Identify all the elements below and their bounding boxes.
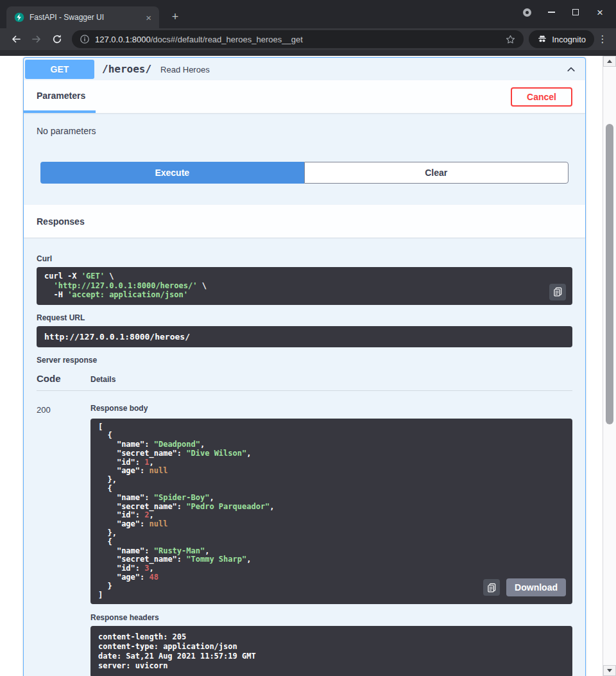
response-details: Response body [ { "name": "Deadpond", "s… (90, 404, 572, 676)
download-button[interactable]: Download (506, 578, 566, 596)
curl-line: -H 'accept: application/json' (44, 290, 565, 300)
curl-token: 'accept: application/json' (67, 290, 188, 299)
responses-header: Responses (24, 205, 585, 238)
endpoint-summary: Read Heroes (160, 64, 210, 74)
swagger-page: GET /heroes/ Read Heroes Parameters Canc… (0, 56, 616, 676)
browser-toolbar: 127.0.0.1:8000/docs#/default/read_heroes… (0, 28, 616, 50)
collapse-chevron-icon[interactable] (566, 64, 576, 74)
close-window-button[interactable]: × (595, 7, 604, 18)
site-info-icon[interactable] (80, 34, 90, 44)
response-headers-code: content-length: 205 content-type: applic… (98, 632, 565, 671)
status-code: 200 (37, 404, 90, 676)
incognito-icon (537, 34, 547, 44)
curl-command-block: curl -X 'GET' \ 'http://127.0.0.1:8000/h… (37, 267, 572, 305)
clear-button[interactable]: Clear (304, 162, 569, 184)
request-url-label: Request URL (37, 313, 572, 322)
parameters-tab[interactable]: Parameters (24, 80, 96, 113)
tab-title: FastAPI - Swagger UI (30, 13, 138, 22)
scroll-down-button[interactable] (603, 665, 616, 676)
parameters-header: Parameters Cancel (24, 80, 585, 113)
code-column-header: Code (37, 373, 90, 384)
curl-line: 'http://127.0.0.1:8000/heroes/' \ (44, 281, 565, 291)
parameters-title: Parameters (37, 91, 85, 101)
window-controls: × (522, 7, 608, 22)
endpoint-path: /heroes/ (102, 63, 151, 75)
response-body-block: [ { "name": "Deadpond", "secret_name": "… (90, 419, 572, 605)
scroll-up-button[interactable] (603, 56, 616, 67)
curl-token: curl -X (44, 272, 81, 281)
browser-tab[interactable]: FastAPI - Swagger UI × (6, 6, 159, 28)
bookmark-star-icon[interactable] (505, 34, 516, 45)
server-response-label: Server response (37, 356, 572, 365)
maximize-button[interactable] (571, 9, 580, 15)
curl-line: curl -X 'GET' \ (44, 272, 565, 281)
request-url-value: http://127.0.0.1:8000/heroes/ (44, 332, 190, 342)
url-text: 127.0.0.1:8000/docs#/default/read_heroes… (95, 35, 500, 44)
curl-token: 'http://127.0.0.1:8000/heroes/' (53, 281, 197, 290)
response-body-controls: Download (483, 578, 566, 596)
tab-search-icon[interactable] (522, 8, 531, 17)
toolbar-shadow (0, 50, 616, 56)
responses-body: Curl curl -X 'GET' \ 'http://127.0.0.1:8… (24, 238, 585, 676)
response-headers-label: Response headers (90, 613, 572, 622)
no-parameters-message: No parameters (37, 126, 572, 136)
request-url-block: http://127.0.0.1:8000/heroes/ (37, 326, 572, 347)
new-tab-button[interactable]: + (167, 8, 184, 25)
menu-kebab-icon[interactable]: ⋮ (595, 33, 610, 45)
scroll-up-arrow-icon (607, 60, 612, 63)
browser-titlebar: FastAPI - Swagger UI × + × (0, 0, 616, 28)
minimize-button[interactable] (547, 12, 556, 13)
response-headers-block: content-length: 205 content-type: applic… (90, 626, 572, 676)
tab-close-icon[interactable]: × (143, 12, 154, 23)
curl-token: -H (44, 290, 67, 299)
page-scrollbar[interactable] (603, 56, 616, 676)
curl-token: \ (197, 281, 206, 290)
fastapi-favicon-icon (14, 12, 24, 22)
incognito-label: Incognito (552, 35, 586, 44)
curl-token: 'GET' (81, 272, 105, 281)
execute-group: Execute Clear (37, 136, 572, 205)
curl-token: \ (105, 272, 114, 281)
opblock-summary[interactable]: GET /heroes/ Read Heroes (24, 58, 585, 80)
address-bar[interactable]: 127.0.0.1:8000/docs#/default/read_heroes… (72, 30, 524, 48)
curl-token (44, 281, 53, 290)
method-badge: GET (25, 60, 94, 79)
back-button[interactable] (6, 30, 26, 49)
responses-title: Responses (37, 216, 85, 227)
scroll-down-arrow-icon (607, 669, 612, 672)
cancel-button[interactable]: Cancel (511, 87, 572, 107)
execute-button[interactable]: Execute (40, 162, 304, 184)
parameters-body: No parameters Execute Clear (24, 113, 585, 205)
response-table-header: Code Details (37, 373, 572, 391)
swagger-content: GET /heroes/ Read Heroes Parameters Canc… (23, 57, 586, 676)
url-path: /docs#/default/read_heroes_heroes__get (151, 35, 303, 44)
response-row: 200 Response body [ { "name": "Deadpond"… (37, 404, 572, 676)
response-body-wrap: [ { "name": "Deadpond", "secret_name": "… (90, 419, 572, 605)
reload-button[interactable] (47, 30, 67, 49)
incognito-badge: Incognito (529, 30, 594, 48)
scrollbar-thumb[interactable] (606, 124, 613, 424)
response-body-label: Response body (90, 404, 572, 413)
forward-button[interactable] (27, 30, 46, 49)
url-host: 127.0.0.1:8000 (95, 35, 151, 44)
curl-label: Curl (37, 254, 572, 263)
copy-response-button[interactable] (483, 579, 500, 596)
opblock-get-heroes: GET /heroes/ Read Heroes Parameters Canc… (23, 57, 586, 676)
details-column-header: Details (90, 375, 116, 384)
response-body-code: [ { "name": "Deadpond", "secret_name": "… (98, 423, 565, 600)
copy-curl-button[interactable] (549, 284, 566, 300)
